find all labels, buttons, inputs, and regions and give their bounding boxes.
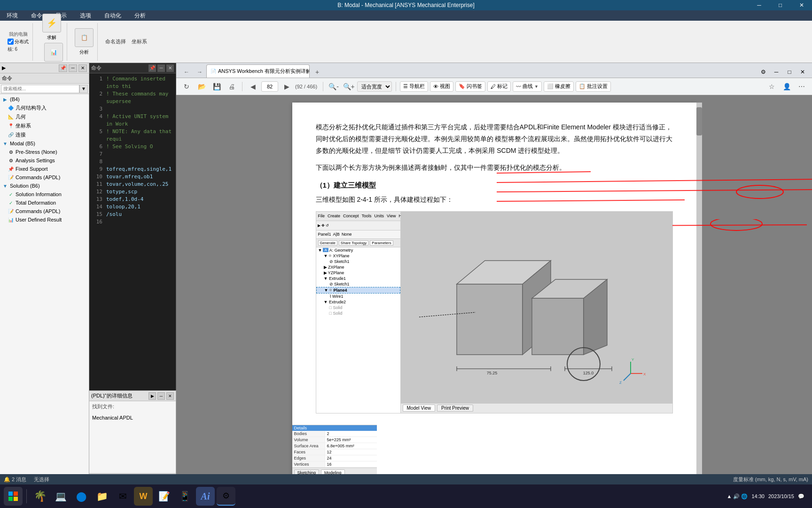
cad-menu-view[interactable]: View (387, 214, 396, 218)
browser-back-btn[interactable]: ← (180, 66, 193, 78)
tree-sketch1-2[interactable]: ⊘ Sketch1 (316, 281, 400, 287)
zoom-select[interactable]: 适合宽度 100% 150% 75% (357, 81, 392, 92)
tree-wire1[interactable]: ⌇ Wire1 (316, 294, 400, 299)
tree-xyplane[interactable]: ▼ ⊕ XYPlane (316, 253, 400, 259)
share-topology-btn[interactable]: Share Topology (339, 240, 368, 246)
print-preview-tab[interactable]: Print Preview (437, 405, 473, 412)
code-pin-btn[interactable]: 📌 (148, 64, 156, 72)
toolbar-refresh-btn[interactable]: ↻ (180, 80, 193, 93)
menu-env[interactable]: 环境 (4, 11, 21, 21)
tree-search[interactable]: ▼ (0, 84, 89, 94)
tree-item-b4[interactable]: ▶ (B4) (0, 95, 89, 103)
page-input[interactable] (261, 81, 278, 92)
tree-item-fixed-support[interactable]: 📌 Fixed Support (0, 165, 89, 173)
tree-item-coords[interactable]: 📍 坐标系 (0, 121, 89, 130)
pdf-close-btn[interactable]: ✕ (797, 66, 808, 78)
pdf-settings-icon[interactable]: ⚙ (757, 66, 769, 78)
taskbar-workbench[interactable]: W (134, 487, 153, 506)
pdf-content[interactable]: 模态分析之拓扑优化只能通过插件和第三方平台完成，后处理需要结合APDL和Fini… (176, 95, 812, 484)
taskbar-mail[interactable]: ✉ (113, 487, 132, 506)
tree-item-geometry[interactable]: 📐 几何 (0, 112, 89, 121)
toolbar-print-btn[interactable]: 🖨 (225, 80, 238, 93)
notification-icon[interactable]: 💬 (798, 493, 804, 500)
tree-item-connections[interactable]: 🔗 连接 (0, 130, 89, 139)
solve-label[interactable]: 求解 (47, 34, 56, 41)
cad-move-icon[interactable]: ✥ (321, 223, 325, 228)
taskbar-tree-logo[interactable]: 🌴 (31, 487, 49, 506)
tree-extrude1[interactable]: ▼ Extrude1 (316, 276, 400, 281)
tree-item-modal[interactable]: ▼ Modal (B5) (0, 139, 89, 148)
zoom-in-btn[interactable]: 🔍+ (342, 80, 355, 93)
tree-a-geometry[interactable]: ▼ A A: Geometry (316, 247, 400, 253)
tree-solid-1[interactable]: □ Solid (316, 305, 400, 310)
user-btn[interactable]: 👤 (780, 80, 793, 93)
new-tab-btn[interactable]: + (312, 66, 323, 78)
taskbar-ai[interactable]: Ai (196, 487, 215, 506)
nav-bar-btn[interactable]: ☰ 导航栏 (400, 81, 428, 92)
tree-solid-2[interactable]: □ Solid (316, 310, 400, 316)
page-prev-btn[interactable]: ◀ (246, 80, 259, 93)
analysis-label[interactable]: 分析 (79, 49, 89, 56)
maximize-button[interactable]: □ (770, 0, 791, 10)
search-input[interactable] (1, 85, 79, 93)
panel-min-btn[interactable]: ─ (69, 64, 77, 72)
taskbar-notes[interactable]: 📝 (155, 487, 173, 506)
close-button[interactable]: ✕ (791, 0, 812, 10)
annotation-btn[interactable]: 📋 批注设置 (576, 81, 611, 92)
tree-item-user-defined[interactable]: 📊 User Defined Result (0, 215, 89, 224)
distribute-checkbox[interactable]: 分布式 (8, 39, 29, 45)
taskbar-computer[interactable]: 💻 (51, 487, 70, 506)
cad-rotate-icon[interactable]: ↺ (326, 223, 329, 228)
tree-yzplane[interactable]: ▶ YZPlane (316, 270, 400, 276)
tree-item-analysis-settings[interactable]: ⚙ Analysis Settings (0, 156, 89, 165)
tree-item-prestress[interactable]: ⚙ Pre-Stress (None) (0, 148, 89, 156)
tree-item-solution[interactable]: ▼ Solution (B6) (0, 182, 89, 190)
info-min-btn[interactable]: ─ (157, 392, 165, 400)
mark-btn[interactable]: 🖊 标记 (487, 81, 511, 92)
code-min-btn[interactable]: ─ (157, 64, 165, 72)
tree-item-geom-import[interactable]: 🔷 几何结构导入 (0, 103, 89, 112)
more-btn[interactable]: ⋯ (795, 80, 808, 93)
info-pin-btn[interactable]: ▶ (148, 392, 156, 400)
menu-options[interactable]: 选项 (77, 11, 94, 21)
curve-btn[interactable]: 〰 曲线 ▼ (513, 81, 542, 92)
taskbar-edge[interactable]: ⬤ (72, 487, 91, 506)
code-close-btn[interactable]: ✕ (166, 64, 174, 72)
tree-zxplane[interactable]: ▶ ZXPlane (316, 264, 400, 270)
browser-forward-btn[interactable]: → (193, 66, 206, 78)
taskbar-app1[interactable]: 📱 (175, 487, 194, 506)
panel-close-btn[interactable]: ✕ (78, 64, 87, 72)
minimize-button[interactable]: ─ (749, 0, 770, 10)
bookmark-btn[interactable]: 🔖 闪书签 (455, 81, 485, 92)
page-next-btn[interactable]: ▶ (280, 80, 293, 93)
cad-menu-file[interactable]: File (318, 214, 325, 218)
tree-extrude2[interactable]: ▼ Extrude2 (316, 299, 400, 305)
analysis-icon[interactable]: 📋 (75, 28, 94, 47)
solve-icon[interactable]: ⚡ (42, 14, 61, 32)
pdf-tab[interactable]: 📄 ANSYS Workbench 有限元分析实例详解... ✕ (206, 64, 310, 78)
cad-menu-concept[interactable]: Concept (343, 214, 359, 218)
tree-item-solution-info[interactable]: ✓ Solution Information (0, 190, 89, 198)
pdf-scrollbar-thumb[interactable] (696, 107, 702, 135)
model-view-tab[interactable]: Model View (403, 405, 436, 412)
view-btn[interactable]: 👁 视图 (430, 81, 453, 92)
pdf-scrollbar[interactable] (696, 103, 702, 477)
eraser-btn[interactable]: ⬜ 橡皮擦 (544, 81, 574, 92)
search-btn[interactable]: ▼ (79, 85, 88, 93)
taskbar-start[interactable] (4, 487, 23, 506)
taskbar-mechanical[interactable]: ⚙ (217, 487, 235, 506)
info-close-btn[interactable]: ✕ (166, 392, 174, 400)
model-tree-content[interactable]: ▼ A A: Geometry ▼ ⊕ XYPlane ⊘ Sketch1 (316, 247, 400, 316)
cad-menu-units[interactable]: Units (375, 214, 384, 218)
panel-pin-btn[interactable]: 📌 (59, 64, 67, 72)
generate-btn[interactable]: Generate (318, 240, 337, 246)
code-content[interactable]: 1! Commands inserted into thi2! These co… (89, 73, 176, 395)
tree-item-commands-apdl-1[interactable]: 📝 Commands (APDL) (0, 173, 89, 182)
parameters-btn[interactable]: Parameters (370, 240, 393, 246)
tree-sketch1-1[interactable]: ⊘ Sketch1 (316, 259, 400, 264)
tree-item-total-deformation[interactable]: ✓ Total Deformation (0, 198, 89, 207)
toolbar-open-btn[interactable]: 📂 (195, 80, 208, 93)
menu-auto[interactable]: 自动化 (102, 11, 124, 21)
menu-analysis[interactable]: 分析 (132, 11, 148, 21)
tree-plane4[interactable]: ▼ ⊕ Plane4 (316, 287, 400, 294)
